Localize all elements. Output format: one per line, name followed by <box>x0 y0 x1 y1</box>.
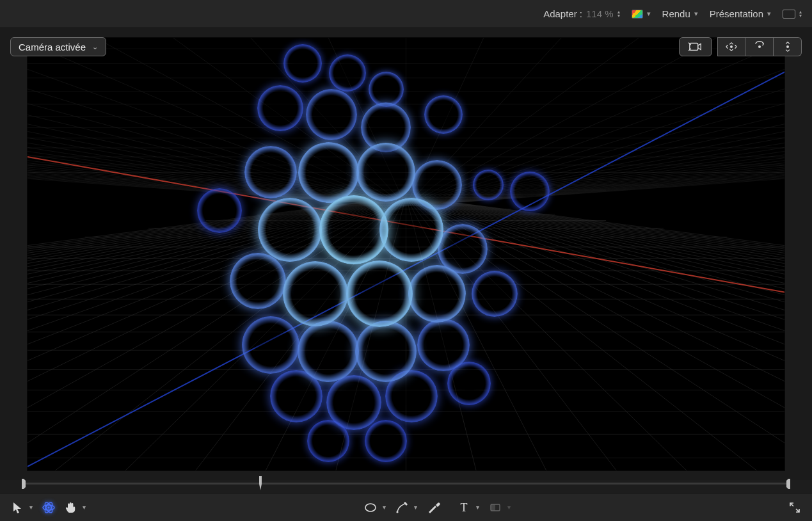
svg-line-84 <box>424 202 784 470</box>
stepper-icon: ▴▾ <box>799 10 802 18</box>
svg-line-51 <box>28 38 397 202</box>
svg-line-16 <box>28 202 372 470</box>
orbit-button[interactable] <box>717 37 745 56</box>
svg-line-33 <box>28 38 381 202</box>
svg-line-71 <box>415 38 784 202</box>
display-icon <box>783 10 795 19</box>
svg-line-98 <box>435 202 784 470</box>
svg-point-177 <box>47 506 49 508</box>
svg-line-58 <box>330 202 404 470</box>
svg-line-116 <box>449 202 784 470</box>
expand-icon <box>788 501 802 515</box>
svg-line-6 <box>28 202 365 470</box>
chevron-down-icon: ▾ <box>647 10 651 18</box>
render-label: Rendu <box>662 8 690 19</box>
ellipse-shape-tool[interactable] <box>361 498 380 517</box>
hand-tool[interactable] <box>61 498 80 517</box>
top-toolbar: Adapter : 114 % ▴▾ ▾ Rendu ▾ Présentatio… <box>0 0 812 28</box>
svg-point-179 <box>396 511 398 513</box>
brush-icon <box>426 501 440 515</box>
svg-line-37 <box>28 38 385 202</box>
view-menu[interactable]: Présentation ▾ <box>710 8 771 19</box>
svg-line-40 <box>28 202 391 470</box>
chevron-down-icon[interactable]: ▾ <box>83 504 90 511</box>
render-menu[interactable]: Rendu ▾ <box>662 8 698 19</box>
view-label: Présentation <box>710 8 763 19</box>
arrow-tool[interactable] <box>8 498 27 517</box>
svg-line-85 <box>427 38 784 202</box>
dolly-button[interactable] <box>774 37 802 56</box>
frame-camera-button[interactable] <box>679 37 712 56</box>
svg-line-106 <box>442 202 784 470</box>
out-point-marker[interactable] <box>786 479 790 489</box>
svg-rect-168 <box>690 44 698 51</box>
svg-line-22 <box>28 202 377 470</box>
svg-line-112 <box>446 202 784 470</box>
arrow-icon <box>10 501 24 515</box>
viewport <box>0 28 812 480</box>
svg-line-78 <box>420 202 784 470</box>
svg-line-34 <box>28 202 386 470</box>
svg-line-24 <box>28 202 378 470</box>
svg-line-26 <box>28 202 380 470</box>
chevron-down-icon: ⌄ <box>92 43 98 51</box>
svg-line-89 <box>431 38 784 202</box>
orbit-icon <box>724 41 738 52</box>
mask-icon <box>488 501 502 515</box>
chevron-down-icon[interactable]: ▾ <box>507 504 514 511</box>
svg-line-104 <box>440 202 784 470</box>
svg-line-36 <box>28 202 388 470</box>
svg-line-18 <box>28 202 374 470</box>
transform-3d-tool[interactable] <box>39 498 58 517</box>
chevron-down-icon[interactable]: ▾ <box>383 504 390 511</box>
svg-line-42 <box>28 202 392 470</box>
canvas-3d-view[interactable] <box>27 37 785 471</box>
chevron-down-icon: ▾ <box>694 10 698 18</box>
mini-timeline[interactable] <box>23 477 789 490</box>
svg-text:T: T <box>460 501 467 514</box>
chevron-down-icon[interactable]: ▾ <box>29 504 36 511</box>
svg-line-62 <box>408 202 482 470</box>
svg-line-14 <box>28 202 370 470</box>
brush-tool[interactable] <box>424 498 443 517</box>
svg-line-8 <box>28 202 366 470</box>
display-menu[interactable]: ▴▾ <box>783 10 802 19</box>
playhead[interactable] <box>257 476 264 490</box>
svg-point-178 <box>365 504 376 511</box>
pen-tool[interactable] <box>392 498 411 517</box>
roll-button[interactable] <box>745 37 774 56</box>
bottom-toolbar: ▾ ▾ ▾ ▾ T ▾ <box>0 493 812 521</box>
timeline-track <box>23 483 789 485</box>
grid-overlay <box>28 38 784 470</box>
color-swatch-icon <box>632 10 643 19</box>
roll-icon <box>752 41 767 52</box>
color-channel-menu[interactable]: ▾ <box>632 10 651 19</box>
svg-line-74 <box>417 202 784 470</box>
camera-selector[interactable]: Caméra activée ⌄ <box>10 37 106 56</box>
fullscreen-toggle[interactable] <box>785 498 804 517</box>
svg-line-12 <box>28 202 369 470</box>
svg-line-67 <box>411 38 674 202</box>
ellipse-icon <box>363 501 378 515</box>
chevron-down-icon: ▾ <box>767 10 771 18</box>
svg-line-110 <box>444 202 784 470</box>
svg-line-10 <box>28 202 368 470</box>
svg-line-66 <box>411 202 636 470</box>
text-tool[interactable]: T <box>454 498 474 517</box>
svg-line-87 <box>429 38 784 202</box>
pen-icon <box>395 501 409 515</box>
fit-zoom-control[interactable]: Adapter : 114 % ▴▾ <box>543 8 619 19</box>
svg-line-46 <box>28 202 395 470</box>
svg-line-96 <box>434 202 784 470</box>
chevron-down-icon[interactable]: ▾ <box>414 504 421 511</box>
view-tools-cluster <box>679 37 802 56</box>
camera-label: Caméra activée <box>19 42 86 52</box>
in-point-marker[interactable] <box>22 479 26 489</box>
spacer <box>712 37 717 56</box>
svg-line-86 <box>426 202 784 470</box>
fit-label: Adapter : <box>543 8 582 19</box>
svg-line-55 <box>138 38 401 202</box>
chevron-down-icon[interactable]: ▾ <box>476 504 483 511</box>
svg-line-35 <box>28 38 383 202</box>
select-tools-group: ▾ ▾ <box>8 498 90 517</box>
